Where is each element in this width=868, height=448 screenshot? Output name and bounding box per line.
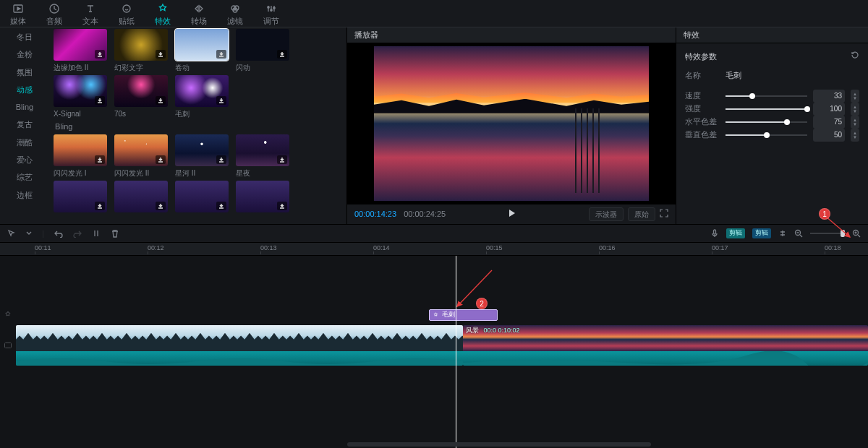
fx-item[interactable]: 闪闪发光 II <box>114 134 168 178</box>
fx-clip[interactable]: 毛刺 <box>429 309 497 321</box>
fx-item[interactable]: 卷动 <box>175 29 229 72</box>
download-icon[interactable] <box>156 96 166 105</box>
param-spinner[interactable]: ▲▼ <box>851 103 859 116</box>
fx-thumb[interactable] <box>236 181 289 212</box>
zoom-in-icon[interactable] <box>852 229 861 238</box>
fx-cat[interactable]: 复古 <box>17 119 33 129</box>
fx-cat[interactable]: 金粉 <box>17 49 33 59</box>
mode-chip[interactable]: 剪辑 <box>752 228 771 238</box>
fx-track[interactable]: 毛刺 <box>16 308 868 322</box>
video-track[interactable]: 风景 00:0 0:10:02 <box>16 325 868 366</box>
fx-thumb[interactable] <box>175 134 229 166</box>
download-icon[interactable] <box>156 202 166 210</box>
fx-thumb[interactable] <box>54 75 107 107</box>
mic-icon[interactable] <box>710 229 719 238</box>
fx-cat[interactable]: 冬日 <box>17 32 33 42</box>
param-spinner[interactable]: ▲▼ <box>851 116 859 129</box>
fx-thumb[interactable] <box>54 134 107 166</box>
fx-thumb[interactable] <box>175 29 229 61</box>
fx-cat[interactable]: 综艺 <box>17 172 33 182</box>
reset-icon[interactable] <box>851 51 859 61</box>
align-icon[interactable] <box>778 229 787 238</box>
timeline-ruler[interactable]: 00:1100:1200:1300:1400:1500:1600:1700:18 <box>0 243 868 256</box>
ribbon-tab-sticker[interactable]: 贴纸 <box>116 3 137 26</box>
fx-thumb[interactable] <box>114 181 168 212</box>
download-icon[interactable] <box>216 96 226 105</box>
param-spinner[interactable]: ▲▼ <box>851 90 859 103</box>
param-value[interactable]: 33 <box>813 90 845 103</box>
fx-item[interactable]: 边缘加色 II <box>54 29 107 72</box>
ribbon-tab-adjust[interactable]: 调节 <box>260 3 282 26</box>
delete-button[interactable] <box>111 229 119 238</box>
download-icon[interactable] <box>95 202 105 210</box>
download-icon[interactable] <box>216 155 226 164</box>
fx-item[interactable]: 星夜 <box>236 134 289 178</box>
ribbon-tab-fx[interactable]: 特效 <box>152 3 174 26</box>
fx-item[interactable] <box>175 181 229 215</box>
split-button[interactable] <box>92 229 101 238</box>
ribbon-tab-filter[interactable]: 滤镜 <box>224 3 246 26</box>
zoom-slider[interactable] <box>810 230 845 237</box>
player-viewport[interactable] <box>347 43 676 204</box>
fx-thumb[interactable] <box>114 75 168 107</box>
fx-item[interactable]: 闪闪发光 I <box>54 134 107 178</box>
fx-cat[interactable]: Bling <box>16 102 33 112</box>
pointer-tool[interactable] <box>7 229 16 238</box>
fx-thumb[interactable] <box>54 181 107 212</box>
fullscreen-icon[interactable] <box>660 209 668 220</box>
fx-thumb[interactable] <box>236 29 289 61</box>
download-icon[interactable] <box>95 155 105 164</box>
download-icon[interactable] <box>95 96 105 105</box>
fx-thumb[interactable] <box>236 134 289 166</box>
ribbon-tab-trans[interactable]: 转场 <box>188 3 210 26</box>
play-button[interactable] <box>506 208 516 220</box>
fx-thumb[interactable] <box>54 29 107 61</box>
download-icon[interactable] <box>95 50 105 59</box>
fx-item[interactable]: 毛刺 <box>175 75 229 119</box>
param-value[interactable]: 50 <box>813 129 845 142</box>
redo-button[interactable] <box>73 229 82 238</box>
ribbon-tab-audio[interactable]: 音频 <box>43 3 65 26</box>
download-icon[interactable] <box>156 50 166 59</box>
fx-item[interactable] <box>54 181 107 215</box>
fx-thumb[interactable] <box>114 29 168 61</box>
ribbon-tab-text[interactable]: 文本 <box>80 3 101 26</box>
fx-cat[interactable]: 爱心 <box>17 155 33 165</box>
ribbon-tab-media[interactable]: 媒体 <box>7 3 29 26</box>
chevron-down-icon[interactable] <box>26 231 32 236</box>
param-spinner[interactable]: ▲▼ <box>851 129 859 142</box>
fx-cat[interactable]: 潮酷 <box>17 137 33 147</box>
timeline-scrollbar[interactable] <box>347 442 651 447</box>
download-icon[interactable] <box>277 155 287 164</box>
fx-cat[interactable]: 边框 <box>17 190 33 200</box>
download-icon[interactable] <box>277 202 287 210</box>
playhead[interactable] <box>456 256 456 448</box>
timeline[interactable]: 毛刺 风景 00:0 0:10:02 <box>0 256 868 448</box>
param-slider[interactable] <box>726 104 807 114</box>
mode-chip[interactable]: 剪辑 <box>726 228 745 238</box>
download-icon[interactable] <box>216 202 226 210</box>
download-icon[interactable] <box>156 155 166 164</box>
param-value[interactable]: 100 <box>813 103 845 116</box>
fx-cat[interactable]: 动感 <box>17 85 33 95</box>
fx-thumb[interactable] <box>175 181 229 212</box>
zoom-out-icon[interactable] <box>794 229 803 238</box>
undo-button[interactable] <box>54 229 63 238</box>
video-clip-b[interactable]: 风景 00:0 0:10:02 <box>463 325 868 366</box>
original-button[interactable]: 原始 <box>628 207 655 221</box>
param-slider[interactable] <box>726 130 807 140</box>
fx-item[interactable]: X-Signal <box>54 75 107 119</box>
fx-item[interactable]: 闪动 <box>236 29 289 72</box>
param-value[interactable]: 75 <box>813 116 845 129</box>
param-slider[interactable] <box>726 91 807 101</box>
fx-thumb[interactable] <box>175 75 229 107</box>
download-icon[interactable] <box>277 50 287 59</box>
fx-item[interactable]: 星河 II <box>175 134 229 178</box>
fx-item[interactable] <box>236 181 289 215</box>
scope-button[interactable]: 示波器 <box>589 207 624 221</box>
fx-item[interactable]: 幻彩文字 <box>114 29 168 72</box>
fx-item[interactable] <box>114 181 168 215</box>
fx-thumb[interactable] <box>114 134 168 166</box>
download-icon[interactable] <box>216 50 226 59</box>
fx-item[interactable]: 70s <box>114 75 168 119</box>
